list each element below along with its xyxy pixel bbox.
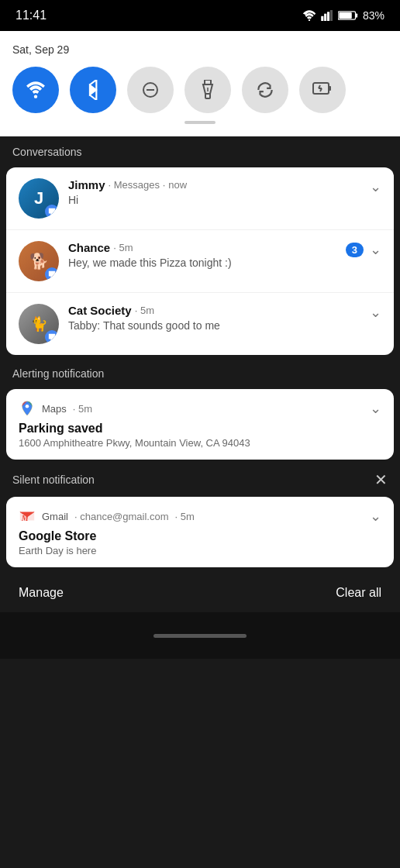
notif-message: Hey, we made this Pizza tonight :) bbox=[68, 257, 336, 269]
avatar: 🐈 bbox=[19, 304, 59, 344]
notif-actions: 3 ⌄ bbox=[346, 241, 381, 258]
list-item[interactable]: 🐕 Chance · 5m Hey, we made this Pizza to… bbox=[6, 229, 394, 292]
svg-point-8 bbox=[34, 95, 37, 98]
sender-name: Jimmy bbox=[68, 178, 105, 191]
svg-rect-2 bbox=[324, 14, 326, 21]
svg-rect-13 bbox=[205, 94, 210, 98]
svg-point-0 bbox=[309, 19, 310, 21]
notif-app: · Messages · bbox=[109, 179, 166, 191]
gmail-notification-message: Earth Day is here bbox=[19, 545, 381, 556]
date-label: Sat, Sep 29 bbox=[12, 43, 388, 56]
chevron-down-icon[interactable]: ⌄ bbox=[370, 401, 381, 416]
gmail-header: M Gmail · chance@gmail.com · 5m ⌄ bbox=[19, 508, 381, 525]
notif-actions: ⌄ bbox=[370, 178, 381, 195]
notif-content: Cat Society · 5m Tabby: That sounds good… bbox=[68, 304, 360, 332]
svg-rect-16 bbox=[329, 86, 331, 91]
gmail-notif: M Gmail · chance@gmail.com · 5m ⌄ Google… bbox=[6, 497, 394, 567]
conversations-section-label: Conversations bbox=[0, 136, 400, 164]
battery-saver-toggle[interactable] bbox=[299, 67, 346, 113]
chevron-down-icon[interactable]: ⌄ bbox=[370, 508, 381, 524]
chevron-down-icon[interactable]: ⌄ bbox=[370, 304, 381, 321]
dnd-toggle[interactable] bbox=[127, 67, 174, 113]
chevron-down-icon[interactable]: ⌄ bbox=[370, 241, 381, 258]
notif-time: · 5m bbox=[113, 242, 133, 253]
gmail-icon: M bbox=[19, 508, 36, 525]
gmail-notification-card[interactable]: M Gmail · chance@gmail.com · 5m ⌄ Google… bbox=[6, 497, 394, 567]
avatar: 🐕 bbox=[19, 241, 59, 281]
svg-rect-6 bbox=[356, 13, 358, 17]
notif-time: now bbox=[168, 179, 187, 191]
avatar: J bbox=[19, 178, 59, 219]
manage-button[interactable]: Manage bbox=[19, 586, 64, 600]
svg-rect-4 bbox=[330, 10, 333, 21]
list-item[interactable]: 🐈 Cat Society · 5m Tabby: That sounds go… bbox=[6, 292, 394, 355]
svg-rect-1 bbox=[321, 16, 323, 21]
sender-name: Cat Society bbox=[68, 304, 132, 317]
silent-label: Silent notification bbox=[12, 474, 95, 486]
close-icon[interactable]: ✕ bbox=[374, 472, 388, 487]
bottom-bar: Manage Clear all bbox=[0, 574, 400, 612]
gmail-notification-title: Google Store bbox=[19, 529, 381, 543]
notif-message: Hi bbox=[68, 194, 360, 206]
gmail-app-name: Gmail bbox=[42, 511, 68, 522]
clear-all-button[interactable]: Clear all bbox=[336, 586, 381, 600]
svg-text:M: M bbox=[21, 514, 29, 522]
notif-time: · 5m bbox=[135, 305, 154, 316]
home-indicator[interactable] bbox=[153, 634, 247, 638]
silent-section-label: Silent notification ✕ bbox=[0, 463, 400, 494]
message-app-badge bbox=[45, 267, 59, 281]
svg-rect-3 bbox=[327, 12, 329, 21]
alerting-label: Alerting notification bbox=[12, 367, 104, 380]
flashlight-toggle[interactable] bbox=[184, 67, 231, 113]
notif-actions: ⌄ bbox=[370, 304, 381, 321]
quick-settings-panel: Sat, Sep 29 bbox=[0, 31, 400, 136]
drag-handle[interactable] bbox=[184, 121, 216, 124]
chevron-down-icon[interactable]: ⌄ bbox=[370, 178, 381, 195]
signal-status-icon bbox=[321, 10, 333, 21]
conversations-label: Conversations bbox=[12, 146, 82, 158]
notif-header: Jimmy · Messages · now bbox=[68, 178, 360, 191]
home-indicator-area bbox=[0, 612, 400, 659]
maps-notification-address: 1600 Amphitheatre Pkwy, Mountain View, C… bbox=[19, 437, 381, 449]
maps-app-name: Maps bbox=[42, 403, 67, 415]
message-app-badge bbox=[45, 330, 59, 344]
svg-point-20 bbox=[26, 405, 29, 408]
battery-percent: 83% bbox=[363, 9, 384, 22]
maps-header: Maps · 5m ⌄ bbox=[19, 400, 381, 417]
quick-toggles bbox=[12, 67, 388, 113]
maps-notif: Maps · 5m ⌄ Parking saved 1600 Amphithea… bbox=[6, 389, 394, 460]
wifi-status-icon bbox=[302, 10, 316, 21]
sender-name: Chance bbox=[68, 241, 110, 254]
maps-time: · 5m bbox=[73, 403, 92, 415]
maps-notification-card[interactable]: Maps · 5m ⌄ Parking saved 1600 Amphithea… bbox=[6, 389, 394, 460]
message-app-badge bbox=[45, 205, 59, 219]
maps-notification-title: Parking saved bbox=[19, 422, 381, 436]
status-bar: 11:41 83% bbox=[0, 0, 400, 31]
notif-header: Cat Society · 5m bbox=[68, 304, 360, 317]
unread-badge: 3 bbox=[346, 243, 364, 257]
notif-message: Tabby: That sounds good to me bbox=[68, 319, 360, 332]
notif-header: Chance · 5m bbox=[68, 241, 336, 254]
alerting-section-label: Alerting notification bbox=[0, 358, 400, 386]
svg-rect-7 bbox=[339, 12, 351, 19]
status-time: 11:41 bbox=[16, 9, 47, 22]
maps-icon bbox=[19, 400, 36, 417]
gmail-time: · 5m bbox=[175, 511, 195, 522]
conversations-card: J Jimmy · Messages · now Hi ⌄ 🐕 bbox=[6, 167, 394, 355]
bluetooth-toggle[interactable] bbox=[70, 67, 116, 113]
battery-status-icon bbox=[338, 10, 358, 21]
notif-content: Jimmy · Messages · now Hi bbox=[68, 178, 360, 206]
list-item[interactable]: J Jimmy · Messages · now Hi ⌄ bbox=[6, 167, 394, 229]
wifi-toggle[interactable] bbox=[12, 67, 59, 113]
status-icons: 83% bbox=[302, 9, 384, 22]
gmail-email: · chance@gmail.com bbox=[74, 511, 169, 522]
notif-content: Chance · 5m Hey, we made this Pizza toni… bbox=[68, 241, 336, 269]
rotate-toggle[interactable] bbox=[242, 67, 288, 113]
